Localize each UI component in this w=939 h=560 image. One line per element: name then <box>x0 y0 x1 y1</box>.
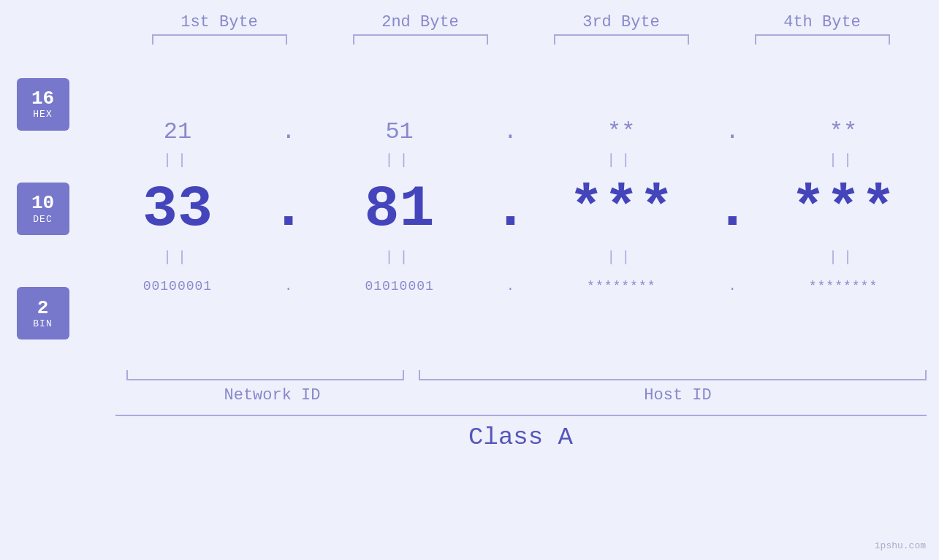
bin-badge: 2 BIN <box>17 287 69 340</box>
hex-row: 21 . 51 . ** . ** <box>91 112 930 152</box>
eq-8: || <box>763 249 924 266</box>
bracket-4 <box>755 34 890 45</box>
dec-byte-1: 33 <box>97 169 258 249</box>
hex-badge-number: 16 <box>31 88 54 110</box>
eq-row-1: || || || || <box>91 152 930 169</box>
eq-7: || <box>541 249 702 266</box>
bin-badge-label: BIN <box>33 318 52 329</box>
hex-badge-label: HEX <box>33 109 52 120</box>
bin-row: 00100001 . 01010001 . ******** . <box>91 266 930 306</box>
host-bracket <box>419 370 927 380</box>
hex-val-1: 21 <box>164 112 191 152</box>
class-label: Class A <box>115 423 927 451</box>
ip-values-grid: 21 . 51 . ** . ** <box>91 112 930 306</box>
dec-badge: 10 DEC <box>17 183 69 235</box>
dec-val-2: 81 <box>365 169 435 249</box>
eq-4: || <box>763 152 924 169</box>
header-4th-byte: 4th Byte <box>742 13 902 31</box>
bin-val-1: 00100001 <box>143 266 212 306</box>
eq-6: || <box>319 249 480 266</box>
bin-byte-2: 01010001 <box>319 266 480 306</box>
class-area: Class A <box>115 415 927 451</box>
header-1st-byte: 1st Byte <box>139 13 300 31</box>
hex-byte-2: 51 <box>319 112 480 152</box>
hex-byte-3: ** <box>541 112 702 152</box>
hex-val-4: ** <box>829 112 857 152</box>
bin-byte-1: 00100001 <box>97 266 258 306</box>
eq-row-2: || || || || <box>91 249 930 266</box>
header-2nd-byte: 2nd Byte <box>340 13 501 31</box>
bin-val-4: ******** <box>809 266 878 306</box>
dec-byte-4: *** <box>763 169 924 249</box>
top-brackets <box>119 34 923 45</box>
network-id-label: Network ID <box>115 386 430 404</box>
watermark: ipshu.com <box>875 540 926 551</box>
hex-dot-3: . <box>714 112 750 152</box>
eq-1: || <box>97 152 258 169</box>
hex-byte-4: ** <box>763 112 924 152</box>
hex-badge: 16 HEX <box>17 78 69 131</box>
host-id-label: Host ID <box>430 386 927 404</box>
bracket-3 <box>554 34 689 45</box>
hex-val-3: ** <box>607 112 635 152</box>
hex-dot-1: . <box>270 112 307 152</box>
header-3rd-byte: 3rd Byte <box>541 13 702 31</box>
bracket-2 <box>353 34 488 45</box>
bottom-area: Network ID Host ID <box>115 370 927 404</box>
dec-val-1: 33 <box>142 169 213 249</box>
dec-row: 33 . 81 . *** . *** <box>91 169 930 249</box>
dec-val-3: *** <box>569 169 674 249</box>
dec-dot-3: . <box>714 169 750 249</box>
hex-dot-2: . <box>492 112 528 152</box>
bin-val-3: ******** <box>587 266 655 306</box>
dec-badge-number: 10 <box>31 193 54 214</box>
bin-val-2: 01010001 <box>365 266 433 306</box>
segment-labels: Network ID Host ID <box>115 386 927 404</box>
bin-byte-3: ******** <box>541 266 702 306</box>
dec-dot-1: . <box>270 169 307 249</box>
bottom-brackets <box>115 370 927 380</box>
bin-dot-3: . <box>714 266 750 306</box>
dec-byte-2: 81 <box>319 169 480 249</box>
byte-headers-row: 1st Byte 2nd Byte 3rd Byte 4th Byte <box>119 0 923 31</box>
dec-byte-3: *** <box>541 169 702 249</box>
main-container: 1st Byte 2nd Byte 3rd Byte 4th Byte 16 H… <box>0 0 939 560</box>
badges-column: 16 HEX 10 DEC 2 BIN <box>9 52 69 366</box>
bin-byte-4: ******** <box>763 266 924 306</box>
hex-byte-1: 21 <box>97 112 258 152</box>
dec-badge-label: DEC <box>33 214 52 225</box>
bin-badge-number: 2 <box>37 298 49 319</box>
bracket-1 <box>152 34 287 45</box>
eq-3: || <box>541 152 702 169</box>
class-divider-line <box>115 415 927 416</box>
network-bracket <box>126 370 404 380</box>
hex-val-2: 51 <box>385 112 413 152</box>
eq-2: || <box>319 152 480 169</box>
dec-val-4: *** <box>791 169 896 249</box>
bin-dot-1: . <box>270 266 307 306</box>
bin-dot-2: . <box>492 266 528 306</box>
eq-5: || <box>97 249 258 266</box>
dec-dot-2: . <box>492 169 528 249</box>
